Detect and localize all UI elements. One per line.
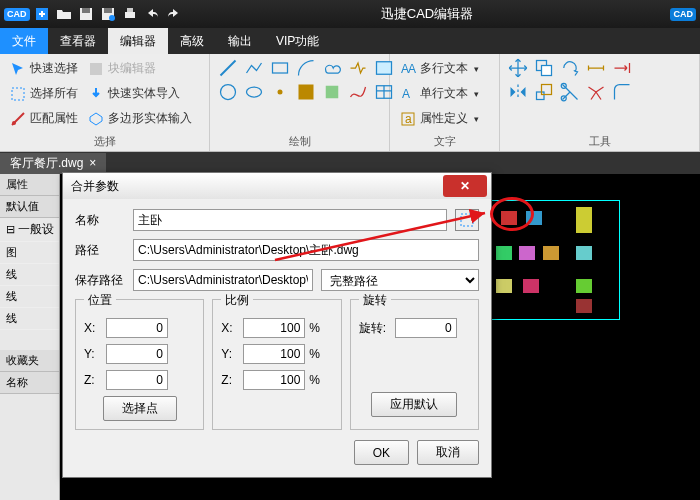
arc-icon[interactable]	[296, 58, 316, 78]
svg-rect-11	[93, 91, 99, 97]
scale-x-input[interactable]	[243, 318, 305, 338]
svg-point-14	[221, 85, 236, 100]
rect-icon[interactable]	[270, 58, 290, 78]
side-header-fav: 收藏夹	[0, 350, 59, 372]
fillet-icon[interactable]	[612, 82, 632, 102]
mirror-icon[interactable]	[508, 82, 528, 102]
close-icon[interactable]: ×	[89, 156, 96, 170]
svg-rect-17	[299, 85, 314, 100]
menu-file[interactable]: 文件	[0, 28, 48, 54]
svg-text:A: A	[402, 87, 410, 101]
pline-icon[interactable]	[348, 58, 368, 78]
scale-z-input[interactable]	[243, 370, 305, 390]
stext-button[interactable]: A单行文本▾	[398, 83, 481, 104]
svg-rect-31	[461, 214, 473, 226]
side-row[interactable]: 线	[0, 286, 59, 308]
pick-point-button[interactable]: 选择点	[103, 396, 177, 421]
document-tabs: 客厅餐厅.dwg×	[0, 152, 700, 174]
group-label: 比例	[221, 292, 253, 309]
group-label: 选择	[8, 134, 201, 149]
dim-icon[interactable]	[586, 58, 606, 78]
save-icon[interactable]	[76, 4, 96, 24]
svg-rect-8	[12, 88, 24, 100]
menu-viewer[interactable]: 查看器	[48, 28, 108, 54]
hatch-icon[interactable]	[296, 82, 316, 102]
side-header-default: 默认值	[0, 196, 59, 218]
polyline-icon[interactable]	[244, 58, 264, 78]
menu-vip[interactable]: VIP功能	[264, 28, 331, 54]
cursor-icon	[10, 61, 26, 77]
dialog-title: 合并参数	[71, 178, 443, 195]
point-icon[interactable]	[270, 82, 290, 102]
svg-rect-12	[273, 63, 288, 73]
undo-icon[interactable]	[142, 4, 162, 24]
menu-output[interactable]: 输出	[216, 28, 264, 54]
explode-icon[interactable]	[586, 82, 606, 102]
browse-block-button[interactable]	[455, 209, 479, 231]
mtext-button[interactable]: AA多行文本▾	[398, 58, 481, 79]
scale-y-input[interactable]	[243, 344, 305, 364]
open-icon[interactable]	[54, 4, 74, 24]
pos-z-input[interactable]	[106, 370, 168, 390]
group-label: 绘制	[218, 134, 381, 149]
poly-entity-button[interactable]: 多边形实体输入	[86, 108, 194, 129]
new-icon[interactable]	[32, 4, 52, 24]
redo-icon[interactable]	[164, 4, 184, 24]
trim-icon[interactable]	[560, 82, 580, 102]
menu-editor[interactable]: 编辑器	[108, 28, 168, 54]
group-label: 旋转	[359, 292, 391, 309]
move-icon[interactable]	[508, 58, 528, 78]
svg-point-5	[109, 15, 115, 21]
line-icon[interactable]	[218, 58, 238, 78]
close-button[interactable]: ✕	[443, 175, 487, 197]
region-icon[interactable]	[322, 82, 342, 102]
savepath-input[interactable]	[133, 269, 313, 291]
polygon-icon	[88, 111, 104, 127]
attr-icon: a	[400, 111, 416, 127]
canvas-selection[interactable]	[480, 200, 620, 320]
ok-button[interactable]: OK	[354, 440, 409, 465]
rotation-input[interactable]	[395, 318, 457, 338]
circle-icon[interactable]	[218, 82, 238, 102]
side-row[interactable]: 图	[0, 242, 59, 264]
match-prop-button[interactable]: 匹配属性	[8, 108, 80, 129]
extend-icon[interactable]	[612, 58, 632, 78]
cancel-button[interactable]: 取消	[417, 440, 479, 465]
app-badge: CAD	[4, 8, 30, 21]
savepath-label: 保存路径	[75, 272, 125, 289]
svg-rect-2	[82, 8, 90, 13]
ellipse-icon[interactable]	[244, 82, 264, 102]
path-input[interactable]	[133, 239, 479, 261]
name-input[interactable]	[133, 209, 447, 231]
svg-point-16	[278, 90, 283, 95]
document-tab[interactable]: 客厅餐厅.dwg×	[0, 153, 106, 174]
quick-select-button[interactable]: 快速选择	[8, 58, 80, 79]
print-icon[interactable]	[120, 4, 140, 24]
dialog-titlebar[interactable]: 合并参数 ✕	[63, 173, 491, 199]
app-title: 迅捷CAD编辑器	[381, 5, 473, 23]
cad-icon: CAD	[670, 8, 696, 21]
spline-icon[interactable]	[348, 82, 368, 102]
select-all-button[interactable]: 选择所有	[8, 83, 80, 104]
side-panel: 属性 默认值 ⊟ 一般设 图 线 线 线 收藏夹 名称	[0, 174, 60, 500]
attr-button[interactable]: a属性定义▾	[398, 108, 481, 129]
cloud-icon[interactable]	[322, 58, 342, 78]
side-row[interactable]: 线	[0, 308, 59, 330]
menu-advanced[interactable]: 高级	[168, 28, 216, 54]
pos-x-input[interactable]	[106, 318, 168, 338]
side-row[interactable]: 线	[0, 264, 59, 286]
copy-icon[interactable]	[534, 58, 554, 78]
scale-icon[interactable]	[534, 82, 554, 102]
group-label: 文字	[398, 134, 491, 149]
pos-y-input[interactable]	[106, 344, 168, 364]
savepath-mode-select[interactable]: 完整路径	[321, 269, 479, 291]
saveas-icon[interactable]	[98, 4, 118, 24]
svg-rect-18	[326, 86, 339, 99]
svg-rect-4	[104, 8, 112, 13]
entity-import-button[interactable]: 快速实体导入	[86, 83, 194, 104]
svg-point-15	[247, 87, 262, 97]
apply-default-button[interactable]: 应用默认	[371, 392, 457, 417]
group-label: 位置	[84, 292, 116, 309]
side-row-general[interactable]: ⊟ 一般设	[0, 218, 59, 242]
rotate-icon[interactable]	[560, 58, 580, 78]
